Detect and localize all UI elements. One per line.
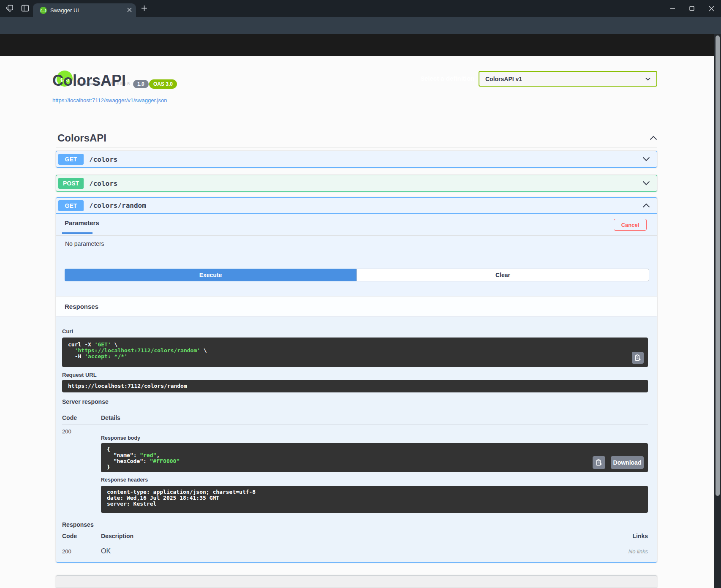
op-path: /colors — [89, 180, 642, 188]
response-body-label: Response body — [101, 435, 648, 441]
clear-button[interactable]: Clear — [356, 269, 649, 281]
window-controls — [663, 0, 721, 17]
swagger-topbar: {…} Swagger. Supported by SMARTBEAR Sele… — [0, 34, 721, 56]
responses-table-label: Responses — [62, 521, 648, 528]
browser-tabstrip: {…} Swagger UI — [0, 0, 721, 17]
get-method-badge: GET — [58, 154, 84, 165]
section-header-colorsapi[interactable]: ColorsAPI — [56, 129, 657, 147]
spec-url-link[interactable]: https://localhost:7112/swagger/v1/swagge… — [52, 97, 167, 103]
swagger-favicon-icon: {…} — [40, 7, 47, 14]
next-section-partial[interactable] — [56, 575, 657, 588]
op-path: /colors/random — [89, 201, 642, 210]
status-code: 200 — [62, 425, 101, 513]
responses-wrapper: Curl curl -X 'GET' \ 'https://localhost:… — [56, 317, 657, 562]
responses-table: Code Description Links 200 OK No links — [62, 533, 648, 555]
expand-chevron-down-icon[interactable] — [642, 155, 650, 163]
opblock-post-colors[interactable]: POST /colors — [56, 175, 657, 192]
section-chevron-up-icon[interactable] — [650, 134, 657, 142]
opblock-get-colors[interactable]: GET /colors — [56, 151, 657, 168]
server-response-table: Code Details 200 Response body { "name":… — [62, 414, 648, 513]
collapse-chevron-up-icon[interactable] — [642, 202, 650, 210]
minimize-button[interactable] — [663, 0, 682, 17]
execute-button[interactable]: Execute — [65, 269, 356, 281]
post-method-badge: POST — [58, 178, 84, 189]
responses-section-header: Responses — [56, 296, 657, 316]
definition-select[interactable]: ColorsAPI v1 — [479, 71, 657, 87]
maximize-button[interactable] — [682, 0, 702, 17]
curl-label: Curl — [62, 328, 648, 335]
execute-row: Execute Clear — [65, 269, 649, 281]
code-column-header: Code — [62, 533, 101, 539]
doc-status-code: 200 — [62, 543, 101, 555]
response-doc-row: 200 OK No links — [62, 543, 648, 555]
active-tab-underline — [62, 232, 93, 234]
tab-title: Swagger UI — [50, 7, 125, 14]
tab-actions-icon[interactable] — [21, 5, 29, 12]
close-window-button[interactable] — [702, 0, 721, 17]
no-links-text: No links — [628, 543, 648, 555]
page-title: ColorsAPI — [52, 72, 126, 90]
server-response-row: 200 Response body { "name": "red", "hexC… — [62, 425, 648, 513]
select-definition-label: Select a definition — [420, 75, 474, 82]
definition-select-value: ColorsAPI v1 — [485, 76, 645, 82]
tab-parameters[interactable]: Parameters — [65, 219, 99, 226]
curl-command: curl -X 'GET' \ 'https://localhost:7112/… — [62, 338, 648, 367]
response-headers-label: Response headers — [101, 477, 648, 483]
opblock-get-colors-random: GET /colors/random Parameters Cancel No … — [56, 197, 657, 563]
browser-toolbar: https://localhost:7112/swagger/index.htm… — [0, 17, 721, 34]
browser-window: {…} Swagger UI — [0, 0, 721, 588]
select-chevron-down-icon — [645, 77, 650, 81]
opblock-summary[interactable]: GET /colors/random — [56, 198, 657, 214]
oas-badge: OAS 3.0 — [149, 79, 177, 89]
page-scrollbar[interactable] — [714, 34, 721, 588]
details-column-header: Details — [101, 414, 648, 421]
request-url-value: https://localhost:7112/colors/random — [62, 380, 648, 392]
get-method-badge: GET — [58, 200, 84, 211]
download-button[interactable]: Download — [611, 456, 644, 469]
copy-response-button[interactable] — [593, 456, 605, 469]
new-tab-button[interactable] — [141, 5, 147, 13]
cancel-button[interactable]: Cancel — [614, 219, 647, 231]
no-parameters-text: No parameters — [65, 240, 104, 247]
browser-tab-swagger-ui[interactable]: {…} Swagger UI — [33, 3, 136, 17]
response-headers-code: content-type: application/json; charset=… — [101, 486, 648, 513]
copy-curl-button[interactable] — [632, 352, 644, 364]
op-path: /colors — [89, 155, 642, 163]
responses-header-label: Responses — [65, 303, 98, 310]
server-response-label: Server response — [62, 398, 648, 405]
expand-chevron-down-icon[interactable] — [642, 180, 650, 187]
request-url-label: Request URL — [62, 372, 648, 378]
links-column-header: Links — [632, 533, 648, 539]
description-column-header: Description — [101, 533, 632, 539]
parameters-tab-row: Parameters Cancel — [56, 214, 657, 236]
workspaces-icon[interactable] — [6, 5, 14, 12]
doc-description: OK — [101, 543, 628, 555]
section-title: ColorsAPI — [57, 132, 650, 144]
tab-close-icon[interactable] — [127, 6, 132, 14]
scrollbar-thumb[interactable] — [716, 35, 720, 496]
version-badge: 1.0 — [133, 80, 149, 88]
response-body-code: { "name": "red", "hexCode": "#FF0000"}Do… — [101, 443, 648, 472]
code-column-header: Code — [62, 414, 101, 421]
